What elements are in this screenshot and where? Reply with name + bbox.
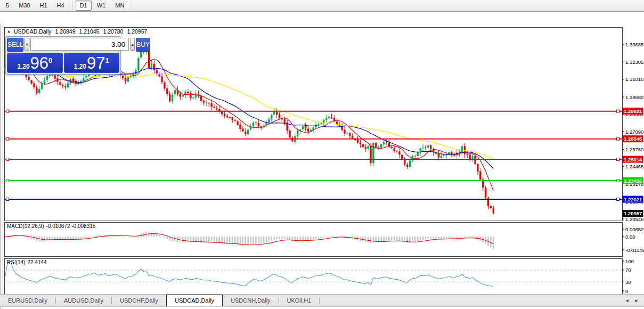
sell-button[interactable]: SELL — [7, 38, 23, 52]
tab-ukoil-h1[interactable]: UKOil,H1 — [279, 295, 320, 306]
svg-text:1.25760: 1.25760 — [625, 147, 643, 152]
chart-window: 1.336351.323051.310101.296801.283851.270… — [0, 12, 644, 309]
timeframe-button-d1[interactable]: D1 — [76, 1, 92, 11]
tab-usdcnh-daily[interactable]: USDCNH,Daily — [223, 295, 279, 306]
sell-price-pip: 0 — [48, 56, 52, 64]
buy-price-panel[interactable]: 1.20 97 1 — [64, 53, 120, 73]
rsi-value: 22.4144 — [27, 259, 46, 265]
timeframe-button-w1[interactable]: W1 — [93, 1, 110, 11]
svg-text:1.32305: 1.32305 — [625, 59, 643, 65]
svg-text:1.24465: 1.24465 — [625, 164, 643, 169]
svg-text:1.27090: 1.27090 — [625, 129, 643, 135]
svg-text:1.22021: 1.22021 — [624, 197, 642, 202]
sell-price-panel[interactable]: 1.20 96 0 — [7, 53, 63, 73]
tab-audusd-daily[interactable]: AUDUSD,Daily — [56, 295, 111, 306]
svg-text:1.25014: 1.25014 — [624, 157, 642, 162]
svg-text:100: 100 — [625, 258, 634, 264]
tabs-scroll-left-icon[interactable]: ◄ — [625, 298, 629, 303]
symbol-marker-icon: ▲ — [7, 29, 11, 33]
price-level-label: 1.22021 — [623, 196, 643, 203]
chart-tab-bar: EURUSD,DailyAUDUSD,DailyUSDCHF,DailyUSDC… — [0, 294, 644, 307]
current-price-label: 1.20957 — [623, 210, 643, 217]
price-level-label: 1.28621 — [623, 108, 643, 115]
price-level-label: 1.26545 — [623, 135, 643, 142]
volume-input[interactable] — [30, 38, 129, 51]
timeframe-button-m30[interactable]: M30 — [14, 1, 34, 11]
timeframe-button-h1[interactable]: H1 — [36, 1, 52, 11]
timeframe-toolbar: 5M30H1H4D1W1MN — [0, 0, 644, 12]
svg-text:0.00: 0.00 — [625, 234, 635, 240]
tab-usdchf-daily[interactable]: USDCHF,Daily — [112, 295, 166, 306]
buy-price-pip: 1 — [105, 56, 109, 64]
buy-price-prefix: 1.20 — [74, 63, 86, 70]
chart-symbol: USDCAD,Daily — [14, 28, 52, 35]
timeframe-button-mn[interactable]: MN — [111, 1, 128, 11]
volume-decrease-button[interactable]: ▼ — [25, 38, 29, 51]
svg-text:1.26545: 1.26545 — [624, 136, 642, 142]
toolbar-separator — [132, 2, 132, 10]
macd-name: MACD(12,26,9) — [7, 223, 44, 229]
tab-eurusd-daily[interactable]: EURUSD,Daily — [0, 295, 55, 306]
tabs-scroll-right-icon[interactable]: ► — [634, 298, 639, 303]
sell-price-prefix: 1.20 — [17, 63, 29, 70]
ohlc-low: 1.20780 — [103, 28, 123, 35]
svg-text:1.28621: 1.28621 — [624, 108, 642, 114]
price-level-label: 1.23415 — [623, 177, 643, 184]
timeframe-button-5[interactable]: 5 — [2, 1, 13, 11]
toolbar-separator — [72, 2, 72, 10]
chevron-up-icon: ▲ — [131, 43, 134, 46]
svg-text:30: 30 — [625, 279, 631, 285]
sell-price-main: 96 — [30, 55, 48, 71]
svg-text:1.23415: 1.23415 — [624, 178, 642, 184]
svg-text:0.006521: 0.006521 — [625, 226, 644, 232]
price-level-label: 1.25014 — [623, 156, 643, 163]
ohlc-high: 1.21045 — [79, 28, 100, 35]
svg-text:0: 0 — [625, 288, 628, 294]
macd-values: -0.010672 -0.008315 — [46, 223, 95, 229]
tab-usdcad-daily[interactable]: USDCAD,Daily — [166, 295, 223, 306]
tab-separator — [319, 297, 320, 304]
svg-text:1.31010: 1.31010 — [625, 76, 643, 82]
buy-price-main: 97 — [87, 55, 105, 71]
buy-button[interactable]: BUY — [136, 38, 150, 52]
ohlc-close: 1.20957 — [127, 28, 147, 35]
timeframe-button-h4[interactable]: H4 — [53, 1, 69, 11]
ohlc-open: 1.20849 — [55, 28, 76, 35]
svg-text:-0.01149: -0.01149 — [625, 247, 644, 253]
rsi-name: RSI(14) — [7, 259, 25, 265]
svg-text:1.29680: 1.29680 — [625, 94, 643, 100]
volume-increase-button[interactable]: ▲ — [130, 38, 135, 51]
rsi-indicator-label: RSI(14)22.4144 — [7, 259, 47, 265]
one-click-trade-panel: SELL ▼ ▲ BUY 1.20 96 0 1.20 97 1 — [5, 36, 121, 75]
svg-text:1.20957: 1.20957 — [624, 210, 642, 216]
chevron-down-icon: ▼ — [25, 43, 29, 46]
svg-text:1.33635: 1.33635 — [625, 42, 643, 47]
macd-indicator-label: MACD(12,26,9)-0.010672 -0.008315 — [7, 223, 95, 229]
chart-title: ▲ USDCAD,Daily 1.20849 1.21045 1.20780 1… — [7, 28, 147, 35]
svg-text:70: 70 — [625, 267, 631, 273]
